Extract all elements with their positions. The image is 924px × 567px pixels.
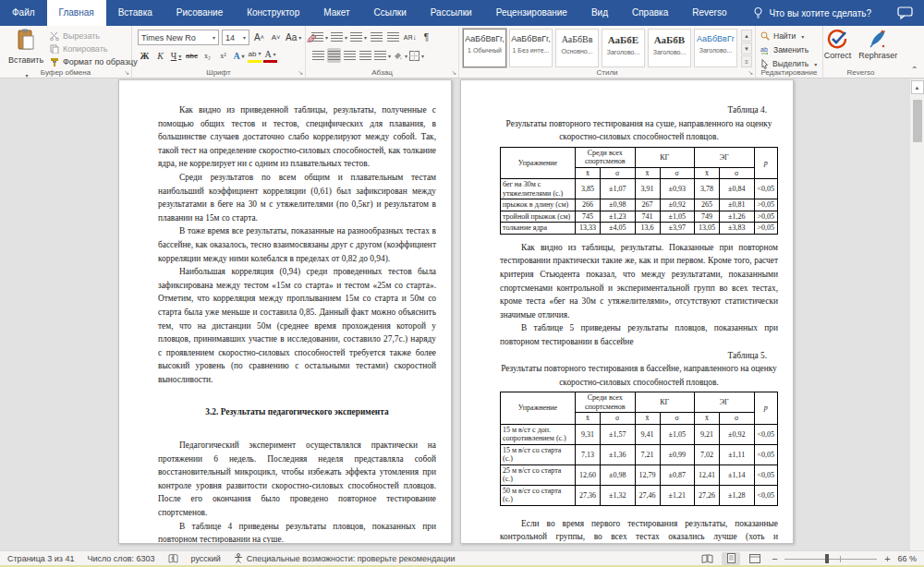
table-cell: 27,26 [695, 485, 720, 505]
align-right-button[interactable] [343, 48, 357, 63]
tab-layout[interactable]: Макет [311, 0, 361, 26]
page-left[interactable]: Как видно из приведенной таблицы, резуль… [118, 79, 452, 544]
subscript-button[interactable]: x₂ [201, 48, 214, 63]
font-size-combo[interactable]: 14 [222, 30, 249, 45]
bullets-button[interactable] [311, 30, 328, 44]
tab-reverso[interactable]: Reverso [680, 0, 738, 26]
zoom-slider-thumb[interactable] [825, 554, 829, 563]
tab-home[interactable]: Главная [47, 0, 106, 26]
styles-scroll-down-icon[interactable]: ▼ [741, 42, 752, 54]
styles-more-icon[interactable]: ≡ [741, 55, 752, 67]
tab-mailings[interactable]: Рассылки [419, 0, 484, 26]
tell-me-search[interactable]: Что вы хотите сделать? [753, 0, 871, 26]
dialog-launcher-icon[interactable]: ↘ [451, 69, 456, 76]
table-subheader: x̄ [576, 413, 601, 425]
cut-button[interactable]: Вырезать [50, 30, 138, 42]
format-painter-button[interactable]: Формат по образцу [50, 55, 138, 68]
underline-button[interactable]: Ч [169, 48, 183, 63]
table-cell: ±3,97 [660, 223, 695, 235]
dialog-launcher-icon[interactable]: ↘ [124, 69, 129, 76]
bold-button[interactable]: Ж [138, 48, 152, 63]
style-normal[interactable]: АаБбВвГг, 1 Обычный [463, 29, 506, 67]
style-heading2[interactable]: АаБбВ Заголово... [648, 29, 691, 67]
dialog-launcher-icon[interactable]: ↘ [298, 69, 303, 76]
vertical-scrollbar[interactable]: ▲ [909, 79, 924, 550]
dialog-launcher-icon[interactable]: ↘ [748, 69, 753, 76]
tab-draw[interactable]: Рисование [164, 0, 235, 26]
tab-references[interactable]: Ссылки [362, 0, 419, 26]
copy-button[interactable]: Копировать [50, 42, 138, 55]
tab-help[interactable]: Справка [620, 0, 680, 26]
tab-view[interactable]: Вид [579, 0, 620, 26]
collapse-ribbon-icon[interactable]: ⌃ [911, 65, 918, 75]
zoom-in-button[interactable]: + [882, 553, 892, 564]
tab-design[interactable]: Конструктор [235, 0, 311, 26]
proofing-status[interactable] [168, 553, 178, 563]
multilevel-list-button[interactable] [350, 30, 367, 44]
page-right[interactable]: Таблица 4. Результаты повторного тестиро… [460, 79, 794, 544]
replace-icon: ab [760, 45, 770, 54]
zoom-level[interactable]: 66 % [897, 554, 917, 563]
reverso-correct-button[interactable]: Correct [824, 28, 852, 60]
reverso-rephraser-button[interactable]: Rephraser [858, 28, 897, 60]
shrink-font-button[interactable]: А [269, 30, 283, 45]
superscript-button[interactable]: x² [216, 48, 230, 63]
shading-button[interactable] [393, 48, 407, 63]
grow-font-button[interactable]: А [252, 30, 266, 45]
font-color-button[interactable]: А [263, 48, 277, 63]
zoom-slider[interactable] [784, 552, 877, 565]
increase-indent-button[interactable] [386, 30, 400, 44]
styles-scroll-up-icon[interactable]: ▲ [741, 30, 752, 42]
left-page-bottom-paragraphs: Педагогический эксперимент осуществлялся… [158, 439, 436, 544]
font-group-label: Шрифт [132, 68, 305, 77]
table-cell: ±0,92 [660, 199, 695, 211]
align-left-button[interactable] [311, 48, 325, 63]
web-layout-button[interactable] [746, 552, 764, 565]
style-heading3[interactable]: АаБбВвГг Заголово... [694, 29, 737, 67]
scroll-up-icon[interactable]: ▲ [911, 80, 924, 94]
comments-icon[interactable] [897, 6, 913, 23]
decrease-indent-button[interactable] [370, 30, 383, 44]
paste-button[interactable]: Вставить [6, 29, 46, 73]
table-header: Среди всех спортсменов [576, 147, 636, 167]
sort-button[interactable]: АЯ [403, 30, 417, 44]
outdent-icon [371, 32, 383, 42]
line-spacing-button[interactable] [374, 48, 391, 63]
print-layout-button[interactable] [722, 552, 740, 565]
show-marks-button[interactable]: ¶ [419, 30, 433, 44]
numbering-button[interactable] [331, 30, 347, 44]
highlight-color-button[interactable]: ab [248, 48, 261, 63]
tab-insert[interactable]: Вставка [106, 0, 164, 26]
text-effects-button[interactable]: А [232, 48, 246, 63]
tab-file[interactable]: Файл [0, 0, 47, 26]
page-indicator[interactable]: Страница 3 из 41 [7, 554, 74, 563]
read-mode-button[interactable] [698, 552, 716, 565]
accessibility-status[interactable]: Специальные возможности: проверьте реком… [234, 553, 456, 563]
style-heading1[interactable]: АаБбЕ Заголово... [602, 29, 645, 67]
table-cell: 25 м в/ст со старта (с.) [501, 464, 576, 485]
table-cell: 50 м в/ст со старта (с.) [501, 485, 576, 505]
language-indicator[interactable]: русский [191, 554, 221, 563]
table-cell: 3,85 [576, 179, 601, 199]
borders-button[interactable] [409, 48, 424, 63]
replace-button[interactable]: ab Заменить [760, 43, 817, 56]
left-page-top-paragraphs: Как видно из приведенной таблицы, резуль… [158, 103, 436, 386]
font-name-combo[interactable]: Times New Ro [138, 30, 219, 45]
table-results-dryland: Упражнение Среди всех спортсменов КГ ЭГ … [500, 147, 778, 235]
strikethrough-button[interactable]: abc [185, 48, 199, 63]
scrollbar-thumb[interactable] [913, 100, 922, 142]
scissors-icon [50, 31, 59, 41]
justify-button[interactable] [359, 48, 372, 63]
right-page-mid-paragraphs: Как видно из таблицы, результаты. Показа… [500, 241, 778, 349]
find-button[interactable]: Найти [760, 30, 817, 42]
align-center-button[interactable] [327, 48, 341, 63]
zoom-out-button[interactable]: − [770, 553, 779, 564]
italic-button[interactable]: К [153, 48, 167, 63]
change-case-button[interactable]: Аа [286, 30, 301, 45]
table-cell: 9,31 [576, 424, 601, 444]
style-no-spacing[interactable]: АаБбВвГг, 1 Без инте... [509, 29, 553, 67]
style-body[interactable]: АаБбВв Основно... [555, 29, 599, 67]
word-count[interactable]: Число слов: 6303 [87, 554, 154, 563]
tab-review[interactable]: Рецензирование [484, 0, 579, 26]
table-cell: >0,05 [754, 223, 778, 235]
